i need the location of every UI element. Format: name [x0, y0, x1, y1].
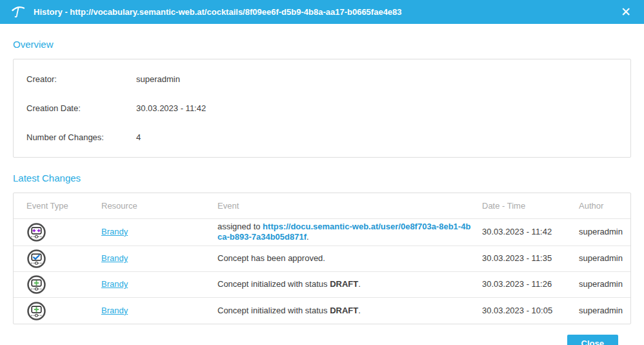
table-header-row: Event Type Resource Event Date - Time Au…	[14, 193, 630, 218]
column-header-event: Event	[212, 193, 477, 218]
resource-link[interactable]: Brandy	[101, 253, 128, 263]
latest-changes-table: Event Type Resource Event Date - Time Au…	[14, 193, 630, 324]
field-label: Creator:	[26, 74, 136, 84]
latest-changes-panel: Event Type Resource Event Date - Time Au…	[13, 193, 631, 324]
event-text-prefix: Concept has been approved.	[217, 253, 325, 263]
cocktail-umbrella-logo-icon	[10, 5, 26, 20]
resource-link[interactable]: Brandy	[101, 306, 128, 315]
author-cell: superadmin	[574, 218, 630, 246]
table-row: Brandy assigned to https://docu.semantic…	[14, 218, 630, 246]
column-header-date-time: Date - Time	[477, 193, 574, 218]
concept-initialized-icon	[26, 301, 46, 321]
concept-assigned-user-icon	[26, 222, 46, 242]
date-time-cell: 30.03.2023 - 11:35	[477, 246, 574, 272]
event-text-suffix: .	[307, 232, 309, 242]
table-row: Brandy Concept initialized with status D…	[14, 298, 630, 324]
event-text: Concept initialized with status DRAFT.	[217, 306, 361, 317]
field-label: Creation Date:	[26, 103, 136, 113]
field-label: Number of Changes:	[26, 132, 136, 142]
event-text-prefix: Concept initialized with status	[217, 279, 330, 289]
column-header-event-type: Event Type	[14, 193, 96, 218]
author-cell: superadmin	[574, 298, 630, 324]
concept-initialized-icon	[26, 275, 46, 295]
event-status-text: DRAFT	[330, 279, 358, 289]
dialog-title: History - http://vocabulary.semantic-web…	[34, 7, 618, 17]
overview-field-creator: Creator: superadmin	[14, 65, 630, 94]
event-text: assigned to https://docu.semantic-web.at…	[217, 222, 472, 244]
resource-link[interactable]: Brandy	[101, 279, 128, 289]
dialog-footer: Close	[13, 324, 631, 345]
concept-approved-icon	[26, 249, 46, 269]
resource-link[interactable]: Brandy	[101, 227, 128, 236]
event-text-suffix: .	[358, 306, 361, 315]
dialog-body: Overview Creator: superadmin Creation Da…	[0, 39, 644, 345]
author-cell: superadmin	[574, 246, 630, 272]
close-button[interactable]: Close	[567, 335, 618, 345]
author-cell: superadmin	[574, 272, 630, 298]
field-value: 30.03.2023 - 11:42	[136, 103, 206, 113]
event-text-prefix: Concept initialized with status	[217, 306, 330, 315]
event-text-prefix: assigned to	[217, 222, 263, 231]
close-icon[interactable]: ✕	[618, 5, 634, 19]
overview-field-creation-date: Creation Date: 30.03.2023 - 11:42	[14, 94, 630, 123]
overview-heading: Overview	[13, 39, 631, 50]
overview-field-number-of-changes: Number of Changes: 4	[14, 123, 630, 152]
column-header-author: Author	[574, 193, 630, 218]
table-row: Brandy Concept has been approved. 30.03.…	[14, 246, 630, 272]
dialog-titlebar: History - http://vocabulary.semantic-web…	[0, 0, 644, 24]
date-time-cell: 30.03.2023 - 10:05	[477, 298, 574, 324]
overview-panel: Creator: superadmin Creation Date: 30.03…	[13, 59, 631, 158]
event-text: Concept has been approved.	[217, 253, 325, 264]
event-text: Concept initialized with status DRAFT.	[217, 279, 361, 290]
field-value: 4	[136, 132, 141, 142]
event-status-text: DRAFT	[330, 306, 358, 315]
latest-changes-heading: Latest Changes	[13, 172, 631, 183]
event-text-suffix: .	[358, 279, 361, 289]
column-header-resource: Resource	[96, 193, 212, 218]
field-value: superadmin	[136, 74, 180, 84]
table-row: Brandy Concept initialized with status D…	[14, 272, 630, 298]
date-time-cell: 30.03.2023 - 11:42	[477, 218, 574, 246]
date-time-cell: 30.03.2023 - 11:26	[477, 272, 574, 298]
